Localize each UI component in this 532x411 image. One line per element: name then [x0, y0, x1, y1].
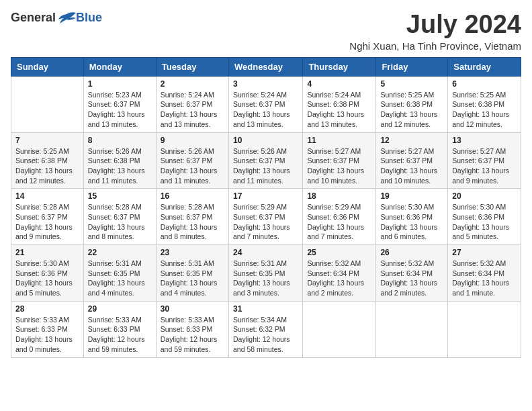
day-info: Sunrise: 5:26 AMSunset: 6:37 PMDaylight:…: [233, 146, 298, 186]
day-number: 24: [233, 248, 298, 257]
calendar-cell: 5Sunrise: 5:25 AMSunset: 6:38 PMDaylight…: [376, 76, 448, 132]
day-number: 23: [161, 248, 224, 257]
week-row-3: 14Sunrise: 5:28 AMSunset: 6:37 PMDayligh…: [11, 189, 521, 245]
day-info: Sunrise: 5:25 AMSunset: 6:38 PMDaylight:…: [452, 90, 517, 130]
day-number: 11: [307, 136, 371, 145]
day-info: Sunrise: 5:26 AMSunset: 6:37 PMDaylight:…: [161, 146, 224, 186]
day-info: Sunrise: 5:31 AMSunset: 6:35 PMDaylight:…: [161, 259, 224, 298]
calendar-cell: 14Sunrise: 5:28 AMSunset: 6:37 PMDayligh…: [11, 189, 84, 245]
day-number: 19: [380, 191, 443, 201]
day-number: 22: [88, 248, 152, 257]
day-number: 7: [15, 136, 79, 145]
day-number: 3: [233, 79, 298, 89]
calendar-cell: 23Sunrise: 5:31 AMSunset: 6:35 PMDayligh…: [156, 245, 228, 302]
weekday-header-monday: Monday: [83, 57, 156, 76]
day-info: Sunrise: 5:33 AMSunset: 6:33 PMDaylight:…: [161, 315, 224, 355]
weekday-header-sunday: Sunday: [11, 57, 84, 76]
day-number: 13: [452, 136, 517, 145]
calendar-cell: 21Sunrise: 5:30 AMSunset: 6:36 PMDayligh…: [11, 245, 84, 302]
day-info: Sunrise: 5:30 AMSunset: 6:36 PMDaylight:…: [380, 202, 443, 242]
day-number: 2: [161, 79, 224, 89]
week-row-5: 28Sunrise: 5:33 AMSunset: 6:33 PMDayligh…: [11, 301, 521, 357]
calendar-cell: 1Sunrise: 5:23 AMSunset: 6:37 PMDaylight…: [83, 76, 156, 132]
day-number: 30: [161, 304, 224, 314]
day-info: Sunrise: 5:31 AMSunset: 6:35 PMDaylight:…: [88, 259, 152, 298]
day-info: Sunrise: 5:30 AMSunset: 6:36 PMDaylight:…: [15, 259, 79, 298]
calendar-cell: 11Sunrise: 5:27 AMSunset: 6:37 PMDayligh…: [303, 132, 376, 189]
day-info: Sunrise: 5:29 AMSunset: 6:37 PMDaylight:…: [233, 202, 298, 242]
calendar-cell: [448, 301, 521, 357]
calendar-cell: 13Sunrise: 5:27 AMSunset: 6:37 PMDayligh…: [448, 132, 521, 189]
day-info: Sunrise: 5:25 AMSunset: 6:38 PMDaylight:…: [380, 90, 443, 130]
day-number: 17: [233, 191, 298, 201]
calendar-cell: 7Sunrise: 5:25 AMSunset: 6:38 PMDaylight…: [11, 132, 84, 189]
day-number: 25: [307, 248, 371, 257]
day-number: 21: [15, 248, 79, 257]
day-info: Sunrise: 5:24 AMSunset: 6:37 PMDaylight:…: [161, 90, 224, 130]
day-info: Sunrise: 5:28 AMSunset: 6:37 PMDaylight:…: [15, 202, 79, 242]
day-number: 9: [161, 136, 224, 145]
weekday-header-wednesday: Wednesday: [228, 57, 302, 76]
week-row-2: 7Sunrise: 5:25 AMSunset: 6:38 PMDaylight…: [11, 132, 521, 189]
week-row-1: 1Sunrise: 5:23 AMSunset: 6:37 PMDaylight…: [11, 76, 521, 132]
weekday-header-saturday: Saturday: [448, 57, 521, 76]
day-info: Sunrise: 5:33 AMSunset: 6:33 PMDaylight:…: [15, 315, 79, 355]
logo-bird-icon: [57, 11, 76, 25]
day-number: 31: [233, 304, 298, 314]
day-info: Sunrise: 5:31 AMSunset: 6:35 PMDaylight:…: [233, 259, 298, 298]
logo: General Blue: [11, 11, 102, 25]
calendar-cell: 24Sunrise: 5:31 AMSunset: 6:35 PMDayligh…: [228, 245, 302, 302]
calendar-cell: 16Sunrise: 5:28 AMSunset: 6:37 PMDayligh…: [156, 189, 228, 245]
day-info: Sunrise: 5:30 AMSunset: 6:36 PMDaylight:…: [452, 202, 517, 242]
day-info: Sunrise: 5:32 AMSunset: 6:34 PMDaylight:…: [307, 259, 371, 298]
calendar-cell: [376, 301, 448, 357]
day-info: Sunrise: 5:24 AMSunset: 6:37 PMDaylight:…: [233, 90, 298, 130]
logo-general: General: [11, 11, 56, 25]
day-info: Sunrise: 5:26 AMSunset: 6:38 PMDaylight:…: [88, 146, 152, 186]
day-info: Sunrise: 5:34 AMSunset: 6:32 PMDaylight:…: [233, 315, 298, 355]
calendar-cell: 30Sunrise: 5:33 AMSunset: 6:33 PMDayligh…: [156, 301, 228, 357]
day-info: Sunrise: 5:29 AMSunset: 6:36 PMDaylight:…: [307, 202, 371, 242]
weekday-header-friday: Friday: [376, 57, 448, 76]
calendar-cell: 10Sunrise: 5:26 AMSunset: 6:37 PMDayligh…: [228, 132, 302, 189]
day-info: Sunrise: 5:27 AMSunset: 6:37 PMDaylight:…: [380, 146, 443, 186]
calendar-cell: [303, 301, 376, 357]
day-number: 20: [452, 191, 517, 201]
day-info: Sunrise: 5:28 AMSunset: 6:37 PMDaylight:…: [161, 202, 224, 242]
day-info: Sunrise: 5:32 AMSunset: 6:34 PMDaylight:…: [380, 259, 443, 298]
week-row-4: 21Sunrise: 5:30 AMSunset: 6:36 PMDayligh…: [11, 245, 521, 302]
day-info: Sunrise: 5:23 AMSunset: 6:37 PMDaylight:…: [88, 90, 152, 130]
calendar-cell: 22Sunrise: 5:31 AMSunset: 6:35 PMDayligh…: [83, 245, 156, 302]
calendar-cell: 28Sunrise: 5:33 AMSunset: 6:33 PMDayligh…: [11, 301, 84, 357]
weekday-header-thursday: Thursday: [303, 57, 376, 76]
month-title: July 2024: [349, 11, 521, 39]
calendar-cell: 27Sunrise: 5:32 AMSunset: 6:34 PMDayligh…: [448, 245, 521, 302]
day-number: 10: [233, 136, 298, 145]
calendar-cell: 3Sunrise: 5:24 AMSunset: 6:37 PMDaylight…: [228, 76, 302, 132]
day-number: 29: [88, 304, 152, 314]
calendar-cell: [11, 76, 84, 132]
calendar-cell: 20Sunrise: 5:30 AMSunset: 6:36 PMDayligh…: [448, 189, 521, 245]
day-info: Sunrise: 5:32 AMSunset: 6:34 PMDaylight:…: [452, 259, 517, 298]
day-number: 27: [452, 248, 517, 257]
day-number: 12: [380, 136, 443, 145]
day-number: 18: [307, 191, 371, 201]
day-number: 8: [88, 136, 152, 145]
weekday-header-row: SundayMondayTuesdayWednesdayThursdayFrid…: [11, 57, 521, 76]
weekday-header-tuesday: Tuesday: [156, 57, 228, 76]
calendar-cell: 12Sunrise: 5:27 AMSunset: 6:37 PMDayligh…: [376, 132, 448, 189]
calendar-cell: 2Sunrise: 5:24 AMSunset: 6:37 PMDaylight…: [156, 76, 228, 132]
calendar-table: SundayMondayTuesdayWednesdayThursdayFrid…: [11, 57, 521, 358]
day-info: Sunrise: 5:27 AMSunset: 6:37 PMDaylight:…: [452, 146, 517, 186]
day-number: 5: [380, 79, 443, 89]
day-info: Sunrise: 5:24 AMSunset: 6:38 PMDaylight:…: [307, 90, 371, 130]
calendar-cell: 17Sunrise: 5:29 AMSunset: 6:37 PMDayligh…: [228, 189, 302, 245]
calendar-cell: 31Sunrise: 5:34 AMSunset: 6:32 PMDayligh…: [228, 301, 302, 357]
calendar-cell: 15Sunrise: 5:28 AMSunset: 6:37 PMDayligh…: [83, 189, 156, 245]
calendar-cell: 8Sunrise: 5:26 AMSunset: 6:38 PMDaylight…: [83, 132, 156, 189]
day-number: 1: [88, 79, 152, 89]
day-number: 28: [15, 304, 79, 314]
day-number: 26: [380, 248, 443, 257]
location-title: Nghi Xuan, Ha Tinh Province, Vietnam: [349, 40, 521, 52]
day-info: Sunrise: 5:27 AMSunset: 6:37 PMDaylight:…: [307, 146, 371, 186]
